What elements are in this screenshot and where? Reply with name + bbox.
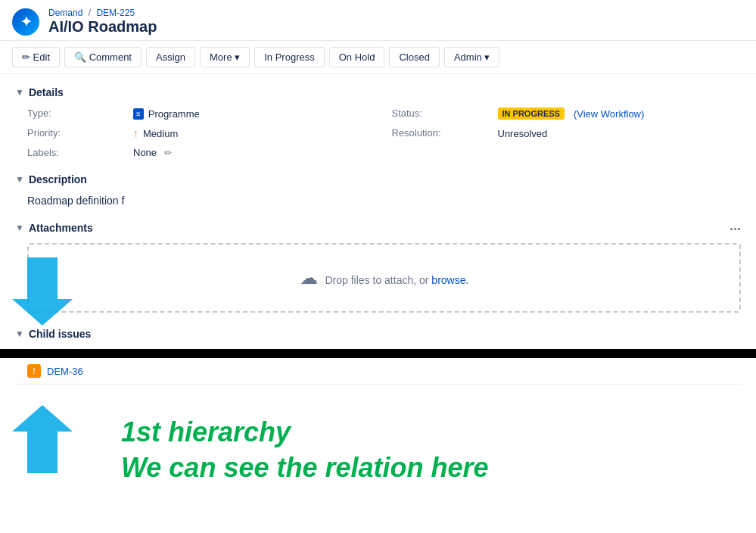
annotation-line-2: We can see the relation here [121, 450, 741, 486]
details-grid: Type: ≡ Programme Status: IN PROGRESS (V… [15, 108, 741, 158]
description-section-title: Description [29, 173, 87, 185]
status-value: IN PROGRESS (View Workflow) [498, 108, 742, 120]
attachments-more-icon[interactable]: ··· [730, 222, 741, 238]
priority-icon: ↑ [133, 127, 138, 139]
description-section: ▼ Description Roadmap definition f [15, 173, 741, 207]
child-issues-section: ▼ Child issues ! DEM-36 [15, 328, 741, 385]
description-chevron-icon: ▼ [15, 174, 24, 185]
status-closed-button[interactable]: Closed [389, 47, 439, 67]
app-logo: ✦ [12, 8, 39, 36]
admin-button[interactable]: Admin ▾ [444, 47, 499, 67]
resolution-label: Resolution: [392, 127, 483, 139]
upload-icon: ☁ [300, 267, 318, 288]
resolution-value: Unresolved [498, 127, 742, 139]
child-issue-link[interactable]: DEM-36 [47, 366, 83, 377]
view-workflow-link[interactable]: (View Workflow) [574, 108, 644, 120]
child-issues-bar [0, 349, 756, 358]
comment-button[interactable]: 🔍 Comment [64, 47, 142, 67]
description-content: Roadmap definition f [15, 195, 741, 207]
page-title: AI/IO Roadmap [48, 18, 157, 36]
labels-label: Labels: [27, 147, 118, 158]
attachments-section-title: Attachments [29, 222, 93, 234]
child-issues-section-header[interactable]: ▼ Child issues [15, 328, 741, 340]
svg-marker-0 [12, 257, 73, 326]
browse-link[interactable]: browse. [431, 274, 468, 286]
header: ✦ Demand / DEM-225 AI/IO Roadmap [0, 0, 756, 41]
programme-icon: ≡ [133, 108, 144, 120]
status-on-hold-button[interactable]: On Hold [329, 47, 385, 67]
annotation-area: 1st hierarchy We can see the relation he… [15, 400, 741, 486]
description-section-header[interactable]: ▼ Description [15, 173, 741, 185]
assign-button[interactable]: Assign [146, 47, 195, 67]
down-arrow-decoration [12, 257, 73, 326]
breadcrumb: Demand / DEM-225 [48, 8, 157, 18]
labels-edit-icon[interactable]: ✏ [164, 148, 172, 158]
attachments-section-header[interactable]: ▼ Attachments ··· [15, 222, 741, 234]
status-in-progress-button[interactable]: In Progress [254, 47, 324, 67]
attachments-section: ▼ Attachments ··· ☁ Drop files to attach… [15, 222, 741, 313]
details-section-title: Details [29, 86, 64, 98]
attachments-chevron-icon: ▼ [15, 223, 24, 233]
type-value: ≡ Programme [133, 108, 377, 120]
labels-value: None ✏ [133, 147, 377, 158]
breadcrumb-issue[interactable]: DEM-225 [96, 8, 135, 18]
status-label: Status: [392, 108, 483, 120]
breadcrumb-area: Demand / DEM-225 AI/IO Roadmap [48, 8, 157, 36]
breadcrumb-project[interactable]: Demand [48, 8, 82, 18]
child-issues-section-title: Child issues [29, 328, 91, 340]
details-section: ▼ Details Type: ≡ Programme Status: IN P… [15, 86, 741, 158]
annotation-line-1: 1st hierarchy [121, 415, 741, 450]
status-badge: IN PROGRESS [498, 108, 565, 120]
details-section-header[interactable]: ▼ Details [15, 86, 741, 98]
drop-text: Drop files to attach, or [325, 274, 429, 286]
details-chevron-icon: ▼ [15, 87, 24, 98]
child-issue-icon: ! [27, 364, 41, 378]
content-area: ▼ Details Type: ≡ Programme Status: IN P… [0, 74, 756, 498]
type-label: Type: [27, 108, 118, 120]
child-issues-chevron-icon: ▼ [15, 329, 24, 339]
up-arrow-decoration [12, 405, 73, 473]
more-button[interactable]: More ▾ [200, 47, 250, 67]
child-issue-row: ! DEM-36 [15, 358, 741, 385]
priority-label: Priority: [27, 127, 118, 139]
priority-value: ↑ Medium [133, 127, 377, 139]
toolbar: ✏ Edit 🔍 Comment Assign More ▾ In Progre… [0, 41, 756, 74]
edit-button[interactable]: ✏ Edit [12, 47, 60, 67]
drop-zone[interactable]: ☁ Drop files to attach, or browse. [27, 243, 741, 313]
svg-marker-1 [12, 405, 73, 473]
